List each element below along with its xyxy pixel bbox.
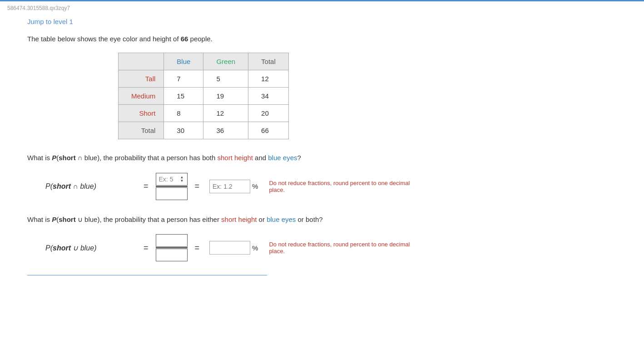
problem-id: 586474.3015588.qx3zqy7: [7, 5, 70, 11]
cell-medium-total: 34: [248, 88, 289, 105]
spinner-down-icon[interactable]: ▼: [180, 179, 184, 183]
col-header-empty: [119, 53, 164, 70]
prob-row-1: P(short ∩ blue) = ▲ ▼ = % Do not reduce …: [45, 173, 427, 200]
table-row: Medium 15 19 34: [119, 88, 289, 105]
table-row: Short 8 12 20: [119, 105, 289, 122]
desc-count: 66: [181, 35, 188, 43]
cell-short-total: 20: [248, 105, 289, 122]
data-table: Blue Green Total Tall 7 5 12 Medium 15 1…: [118, 53, 289, 139]
table-row: Tall 7 5 12: [119, 70, 289, 88]
prob-label-1: P(short ∩ blue): [45, 182, 136, 191]
row-label-short: Short: [119, 105, 164, 122]
col-header-blue: Blue: [164, 53, 203, 70]
fraction-1: ▲ ▼: [156, 173, 188, 200]
equals-sign-1: =: [144, 181, 149, 191]
cell-medium-blue: 15: [164, 88, 203, 105]
hint-text-2: Do not reduce fractions, round percent t…: [269, 241, 427, 255]
main-content: Jump to level 1 The table below shows th…: [0, 13, 454, 294]
equals-sign-2: =: [144, 243, 149, 253]
row-label-total: Total: [119, 122, 164, 139]
desc-prefix: The table below shows the eye color and …: [27, 35, 181, 43]
col-header-green: Green: [203, 53, 248, 70]
question2-text: What is P(short ∪ blue), the probability…: [27, 214, 427, 225]
denominator-box-2[interactable]: [156, 249, 188, 261]
prob-label-2: P(short ∪ blue): [45, 244, 136, 252]
percent-field-1[interactable]: [209, 180, 250, 193]
cell-medium-green: 19: [203, 88, 248, 105]
cell-tall-green: 5: [203, 70, 248, 88]
table-row: Total 30 36 66: [119, 122, 289, 139]
percent-sign-2: %: [252, 244, 258, 252]
hint-text-1: Do not reduce fractions, round percent t…: [269, 180, 427, 193]
divider: [27, 275, 267, 275]
cell-tall-blue: 7: [164, 70, 203, 88]
numerator-box-2[interactable]: [156, 234, 188, 247]
col-header-total: Total: [248, 53, 289, 70]
desc-suffix: people.: [188, 35, 212, 43]
description-text: The table below shows the eye color and …: [27, 34, 427, 44]
percent-input-2: %: [209, 241, 258, 255]
cell-tall-total: 12: [248, 70, 289, 88]
percent-sign-1: %: [252, 182, 258, 190]
jump-to-level-link[interactable]: Jump to level 1: [27, 18, 73, 25]
prob-row-2: P(short ∪ blue) = = % Do not reduce frac…: [45, 234, 427, 261]
fraction-line-2: [156, 247, 188, 248]
spinner-1[interactable]: ▲ ▼: [180, 176, 184, 183]
question1-text: What is P(short ∩ blue), the probability…: [27, 152, 427, 164]
fraction-2: [156, 234, 188, 261]
row-label-medium: Medium: [119, 88, 164, 105]
percent-field-2[interactable]: [209, 241, 250, 255]
cell-total-total: 66: [248, 122, 289, 139]
cell-short-green: 12: [203, 105, 248, 122]
equals-sign-2b: =: [195, 243, 200, 253]
numerator-box-1[interactable]: ▲ ▼: [156, 173, 188, 186]
top-bar: 586474.3015588.qx3zqy7: [0, 0, 644, 13]
fraction-line-1: [156, 186, 188, 187]
equals-sign-1b: =: [195, 181, 200, 191]
percent-input-1: %: [209, 180, 258, 193]
denominator-box-1[interactable]: [156, 187, 188, 200]
row-label-tall: Tall: [119, 70, 164, 88]
cell-short-blue: 8: [164, 105, 203, 122]
table-header-row: Blue Green Total: [119, 53, 289, 70]
cell-total-blue: 30: [164, 122, 203, 139]
cell-total-green: 36: [203, 122, 248, 139]
numerator-input-1[interactable]: [159, 176, 179, 183]
